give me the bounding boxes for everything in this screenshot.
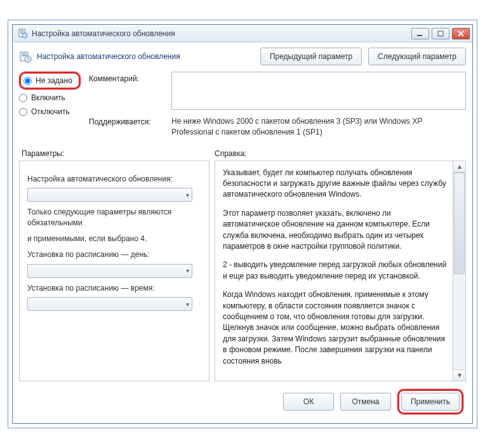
param-note-1: Только следующие параметры являются обяз… — [27, 207, 201, 228]
dialog-header: Настройка автоматического обновления — [37, 52, 180, 61]
chevron-down-icon: ▾ — [186, 192, 189, 199]
radio-disabled[interactable]: Отключить — [19, 107, 83, 116]
radio-not-configured-label: Не задано — [36, 76, 72, 85]
svg-rect-6 — [438, 31, 443, 36]
help-paragraph: 2 - выводить уведомление перед загрузкой… — [223, 260, 449, 282]
param-note-2: и применимыми, если выбрано 4. — [27, 234, 201, 244]
radio-enabled-label: Включить — [31, 93, 65, 102]
comment-label: Комментарий: — [89, 72, 165, 110]
config-dropdown[interactable]: ▾ — [27, 188, 192, 202]
radio-enabled-input[interactable] — [19, 94, 27, 102]
param-config-label: Настройка автоматического обновления: — [27, 174, 201, 185]
close-button[interactable] — [452, 28, 470, 39]
supported-text: Не ниже Windows 2000 с пакетом обновлени… — [171, 115, 466, 138]
help-panel-wrap: Указывает, будет ли компьютер получать о… — [215, 161, 466, 381]
help-paragraph: Этот параметр позволяет указать, включен… — [223, 208, 449, 253]
svg-rect-9 — [22, 55, 27, 56]
prev-param-button[interactable]: Предыдущий параметр — [260, 48, 362, 65]
next-param-button[interactable]: Следующий параметр — [368, 48, 466, 65]
params-section-label: Параметры: — [19, 149, 209, 158]
titlebar: Настройка автоматического обновления — [13, 25, 472, 43]
settings-icon — [19, 50, 32, 63]
cancel-button[interactable]: Отмена — [340, 393, 391, 411]
policy-dialog: Настройка автоматического обновления Нас… — [12, 24, 473, 424]
svg-rect-1 — [20, 30, 23, 31]
comment-input[interactable] — [171, 72, 466, 110]
help-panel: Указывает, будет ли компьютер получать о… — [215, 161, 453, 381]
supported-label: Поддерживается: — [89, 115, 165, 138]
svg-rect-2 — [20, 32, 23, 32]
apply-button[interactable]: Применить — [401, 393, 460, 411]
time-dropdown[interactable]: ▾ — [27, 297, 192, 311]
radio-disabled-label: Отключить — [31, 107, 70, 116]
day-dropdown[interactable]: ▾ — [27, 264, 192, 278]
chevron-down-icon: ▾ — [186, 267, 189, 274]
help-paragraph: Указывает, будет ли компьютер получать о… — [223, 168, 449, 201]
window-title: Настройка автоматического обновления — [32, 29, 175, 38]
param-time-label: Установка по расписанию — время: — [27, 283, 201, 294]
chevron-down-icon: ▾ — [186, 301, 189, 308]
radio-not-configured-input[interactable] — [23, 77, 32, 85]
params-panel: Настройка автоматического обновления: ▾ … — [19, 161, 209, 381]
scroll-down-button[interactable]: ▾ — [453, 369, 465, 381]
policy-icon — [18, 29, 28, 39]
svg-rect-5 — [417, 35, 422, 36]
scroll-thumb[interactable] — [454, 173, 465, 274]
help-paragraph: Когда Windows находит обновления, примен… — [223, 289, 449, 367]
radio-enabled[interactable]: Включить — [19, 93, 83, 102]
minimize-button[interactable] — [411, 28, 429, 39]
apply-button-highlight: Применить — [397, 389, 463, 414]
radio-not-configured[interactable]: Не задано — [23, 76, 72, 85]
help-scrollbar[interactable]: ▴ ▾ — [453, 161, 466, 381]
radio-not-configured-highlight: Не задано — [19, 72, 81, 89]
radio-disabled-input[interactable] — [19, 108, 27, 116]
svg-rect-8 — [22, 53, 27, 55]
maximize-button[interactable] — [432, 28, 449, 39]
scroll-track[interactable] — [453, 173, 465, 369]
scroll-up-button[interactable]: ▴ — [453, 161, 465, 173]
dialog-footer: ОК Отмена Применить — [19, 381, 466, 417]
param-day-label: Установка по расписанию — день: — [27, 249, 201, 260]
state-radio-group: Не задано Включить Отключить — [19, 72, 83, 143]
help-section-label: Справка: — [209, 149, 466, 158]
ok-button[interactable]: ОК — [283, 393, 334, 411]
svg-point-4 — [22, 33, 27, 38]
